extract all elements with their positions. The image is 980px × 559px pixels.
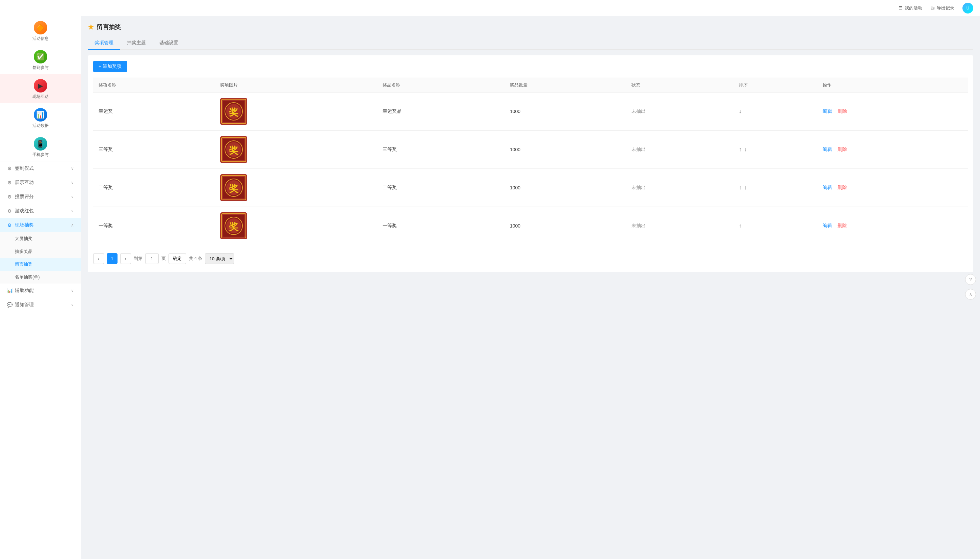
prize-svg-4: 奖 xyxy=(220,212,247,239)
edit-btn-1[interactable]: 编辑 xyxy=(823,108,832,114)
subnav-big-screen-lottery[interactable]: 大屏抽奖 xyxy=(0,232,81,245)
scroll-top-button[interactable]: ∧ xyxy=(965,289,976,300)
delete-btn-3[interactable]: 删除 xyxy=(838,185,847,190)
subnav-comment-lottery[interactable]: 留言抽奖 xyxy=(0,258,81,271)
sort-up-4[interactable]: ↑ xyxy=(739,223,742,229)
tab-prize-management[interactable]: 奖项管理 xyxy=(88,36,120,50)
prize-image-3: 奖 xyxy=(220,174,247,201)
pagination: ‹ 1 › 到第 页 确定 共 4 条 10 条/页 20 条/页 50 条/页 xyxy=(93,250,968,267)
game-redpacket-icon: ⚙ xyxy=(7,208,12,214)
user-avatar[interactable]: U xyxy=(962,3,973,13)
goto-page-input[interactable] xyxy=(145,253,159,264)
reward-qty-cell: 1000 xyxy=(505,131,626,169)
sort-arrows-1: ↓ xyxy=(739,108,812,114)
live-lottery-icon: ⚙ xyxy=(7,222,12,228)
delete-btn-4[interactable]: 删除 xyxy=(838,223,847,228)
prev-page-btn[interactable]: ‹ xyxy=(93,253,104,264)
sidebar: 🔶 活动信息 ✅ 签到参与 ▶ 现场互动 📊 活动数据 📱 手机参与 ⚙ 签到仪… xyxy=(0,16,81,559)
next-page-btn[interactable]: › xyxy=(120,253,131,264)
sort-up-2[interactable]: ↑ xyxy=(739,147,742,152)
page-confirm-btn[interactable]: 确定 xyxy=(169,253,186,264)
nav-section: ⚙ 签到仪式 ∨ ⚙ 展示互动 ∨ ⚙ 投票评分 ∨ xyxy=(0,161,81,312)
display-interaction-icon: ⚙ xyxy=(7,180,12,185)
tabs: 奖项管理 抽奖主题 基础设置 xyxy=(88,36,973,50)
assist-func-label: 辅助功能 xyxy=(15,288,34,294)
display-chevron: ∨ xyxy=(71,180,74,185)
export-icon: 🗂 xyxy=(930,5,935,10)
page-1-btn[interactable]: 1 xyxy=(107,253,118,264)
sort-arrows-4: ↑ xyxy=(739,223,812,229)
sidebar-item-checkin[interactable]: ✅ 签到参与 xyxy=(0,45,81,74)
assist-func-icon: 📊 xyxy=(7,288,12,293)
status-cell: 未抽出 xyxy=(626,169,733,207)
tab-lottery-theme[interactable]: 抽奖主题 xyxy=(120,36,152,50)
nav-vote-rating[interactable]: ⚙ 投票评分 ∨ xyxy=(0,190,81,204)
phone-icon: 📱 xyxy=(34,137,47,150)
edit-btn-2[interactable]: 编辑 xyxy=(823,147,832,152)
prize-image-cell: 奖 xyxy=(215,131,377,169)
live-interaction-label: 现场互动 xyxy=(32,94,49,99)
reward-qty-cell: 1000 xyxy=(505,93,626,131)
add-prize-button[interactable]: + 添加奖项 xyxy=(93,61,127,72)
prize-image-1: 奖 xyxy=(220,98,247,125)
sort-down-2[interactable]: ↓ xyxy=(744,147,747,152)
total-count: 共 4 条 xyxy=(189,256,202,261)
live-lottery-subnav: 大屏抽奖 抽多奖品 留言抽奖 名单抽奖(单) xyxy=(0,232,81,284)
subnav-multi-prize[interactable]: 抽多奖品 xyxy=(0,245,81,258)
sort-cell: ↑ ↓ xyxy=(733,169,818,207)
nav-assist-func[interactable]: 📊 辅助功能 ∨ xyxy=(0,284,81,298)
sort-cell: ↑ ↓ xyxy=(733,131,818,169)
delete-btn-1[interactable]: 删除 xyxy=(838,108,847,114)
star-icon: ★ xyxy=(88,23,94,31)
sort-down-1[interactable]: ↓ xyxy=(739,108,742,114)
prize-svg-3: 奖 xyxy=(220,174,247,201)
checkin-ceremony-icon: ⚙ xyxy=(7,166,12,171)
sort-down-3[interactable]: ↓ xyxy=(744,185,747,191)
subnav-name-list-lottery[interactable]: 名单抽奖(单) xyxy=(0,271,81,284)
game-chevron: ∨ xyxy=(71,208,74,213)
reward-name-cell: 幸运奖品 xyxy=(377,93,505,131)
topbar: ☰ 我的活动 🗂 导出记录 U xyxy=(0,0,980,16)
list-icon: ☰ xyxy=(899,5,903,10)
nav-display-interaction[interactable]: ⚙ 展示互动 ∨ xyxy=(0,175,81,190)
main-content: ★ 留言抽奖 奖项管理 抽奖主题 基础设置 + 添加奖项 奖项名称 奖项图片 奖… xyxy=(81,16,980,559)
checkin-label: 签到参与 xyxy=(32,65,49,71)
my-activities-link[interactable]: ☰ 我的活动 xyxy=(899,5,922,11)
sort-cell: ↑ xyxy=(733,207,818,245)
activity-info-label: 活动信息 xyxy=(32,36,49,41)
table-row: 一等奖 奖 xyxy=(93,207,968,245)
delete-btn-2[interactable]: 删除 xyxy=(838,147,847,152)
notification-mgmt-label: 通知管理 xyxy=(15,302,34,308)
display-interaction-label: 展示互动 xyxy=(15,180,34,186)
edit-btn-4[interactable]: 编辑 xyxy=(823,223,832,228)
sidebar-item-activity-data[interactable]: 📊 活动数据 xyxy=(0,103,81,132)
export-records-link[interactable]: 🗂 导出记录 xyxy=(930,5,954,11)
col-actions: 操作 xyxy=(817,78,968,93)
add-prize-label: + 添加奖项 xyxy=(99,63,122,69)
activity-data-label: 活动数据 xyxy=(32,123,49,129)
nav-checkin-ceremony[interactable]: ⚙ 签到仪式 ∨ xyxy=(0,161,81,175)
sort-up-3[interactable]: ↑ xyxy=(739,185,742,191)
page-size-select[interactable]: 10 条/页 20 条/页 50 条/页 xyxy=(205,253,234,264)
edit-btn-3[interactable]: 编辑 xyxy=(823,185,832,190)
reward-qty-cell: 1000 xyxy=(505,207,626,245)
nav-notification-mgmt[interactable]: 💬 通知管理 ∨ xyxy=(0,298,81,312)
svg-text:奖: 奖 xyxy=(228,183,239,194)
prize-image-4: 奖 xyxy=(220,212,247,239)
sidebar-item-live-interaction[interactable]: ▶ 现场互动 xyxy=(0,74,81,103)
checkin-ceremony-chevron: ∨ xyxy=(71,166,74,171)
prize-name-cell: 二等奖 xyxy=(93,169,215,207)
sidebar-item-phone[interactable]: 📱 手机参与 xyxy=(0,132,81,161)
nav-game-redpacket[interactable]: ⚙ 游戏红包 ∨ xyxy=(0,204,81,218)
sort-cell: ↓ xyxy=(733,93,818,131)
actions-cell: 编辑 删除 xyxy=(817,93,968,131)
sort-arrows-2: ↑ ↓ xyxy=(739,147,812,152)
nav-live-lottery[interactable]: ⚙ 现场抽奖 ∧ xyxy=(0,218,81,232)
tab-basic-settings[interactable]: 基础设置 xyxy=(152,36,185,50)
sidebar-item-activity-info[interactable]: 🔶 活动信息 xyxy=(0,16,81,45)
help-button[interactable]: ? xyxy=(965,274,976,285)
col-reward-name: 奖品名称 xyxy=(377,78,505,93)
live-interaction-icon: ▶ xyxy=(34,79,47,93)
table-container: + 添加奖项 奖项名称 奖项图片 奖品名称 奖品数量 状态 排序 操作 xyxy=(88,55,973,272)
col-prize-name: 奖项名称 xyxy=(93,78,215,93)
